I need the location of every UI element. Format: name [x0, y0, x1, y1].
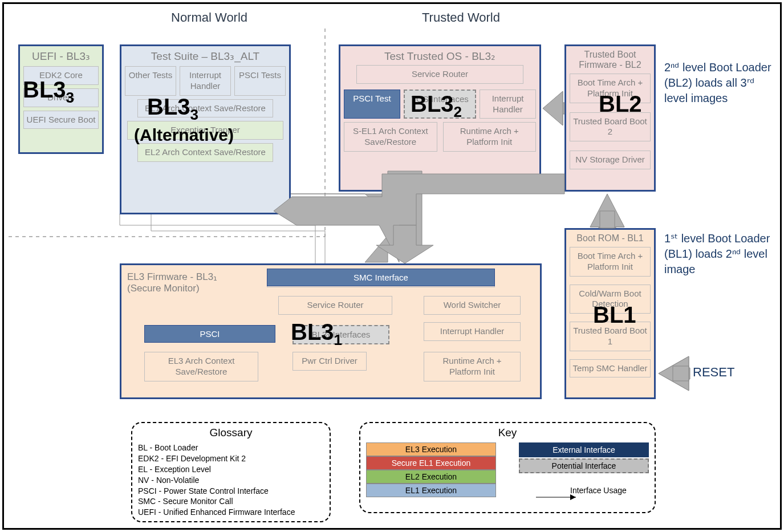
- label-bl31: BL31: [291, 319, 342, 349]
- header-trusted-world: Trusted World: [422, 10, 500, 25]
- key-title: Key: [366, 427, 649, 439]
- key-interface-usage: Interface Usage: [519, 486, 649, 495]
- header-normal-world: Normal World: [171, 10, 247, 25]
- label-bl33-alt: BL33: [147, 94, 198, 124]
- smc-interface: SMC Interface: [267, 269, 495, 286]
- annotation-bl2: 2ⁿᵈ level Boot Loader (BL2) loads all 3ʳ…: [664, 60, 778, 106]
- service-router-el3: Service Router: [278, 296, 392, 315]
- bl2-title: Trusted Boot Firmware - BL2: [566, 50, 654, 70]
- test-box: PSCI Tests: [234, 66, 286, 96]
- bl1-title: Boot ROM - BL1: [566, 233, 654, 243]
- bl2-item: NV Storage Driver: [570, 151, 651, 169]
- interrupt-handler: Interrupt Handler: [480, 90, 536, 119]
- label-bl2: BL2: [599, 91, 642, 117]
- bl1-item: Temp SMC Handler: [570, 359, 651, 378]
- key-box: Key EL3 Execution Secure EL1 Execution E…: [359, 422, 656, 513]
- el3-title: EL3 Firmware - BL3₁(Secure Monitor): [127, 271, 217, 294]
- key-el3: EL3 Execution: [366, 442, 496, 456]
- psci-test: PSCI Test: [344, 90, 400, 119]
- interrupt-handler-el3: Interrupt Handler: [424, 322, 521, 341]
- uefi-title: UEFI - BL3₃: [20, 50, 102, 63]
- test-suite-title: Test Suite – BL3₃_ALT: [121, 50, 289, 63]
- el2-arch-ctx: EL2 Arch Context Save/Restore: [137, 143, 273, 162]
- test-box: Other Tests: [125, 66, 176, 96]
- label-bl33-alt-sub: (Alternative): [134, 125, 234, 145]
- sel1-ctx: S-EL1 Arch Context Save/Restore: [344, 122, 437, 152]
- label-bl1: BL1: [593, 302, 636, 328]
- label-bl32: BL32: [411, 91, 462, 121]
- pwr-ctrl-driver: Pwr Ctrl Driver: [293, 352, 367, 371]
- key-sel1: Secure EL1 Execution: [366, 456, 496, 470]
- el3-arch-ctx: EL3 Arch Context Save/Restore: [144, 352, 258, 381]
- label-reset: RESET: [693, 365, 734, 380]
- runtime-arch: Runtime Arch + Platform Init: [443, 122, 537, 152]
- key-el1: EL1 Execution: [366, 484, 496, 497]
- annotation-bl1: 1ˢᵗ level Boot Loader (BL1) loads 2ⁿᵈ le…: [664, 231, 778, 277]
- key-potential-intf: Potential Interface: [519, 458, 649, 473]
- glossary-title: Glossary: [138, 427, 324, 439]
- bl1-item: Boot Time Arch + Platform Init: [570, 247, 651, 277]
- key-external-intf: External Interface: [519, 442, 649, 457]
- world-switcher: World Switcher: [424, 296, 521, 315]
- uefi-item: UEFI Secure Boot: [23, 111, 99, 129]
- test-box: Interrupt Handler: [180, 66, 231, 96]
- bl2-container: Trusted Boot Firmware - BL2 Boot Time Ar…: [564, 44, 656, 192]
- glossary-box: Glossary BL - Boot LoaderEDK2 - EFI Deve…: [131, 422, 331, 522]
- service-router: Service Router: [356, 65, 523, 84]
- psci: PSCI: [144, 325, 275, 343]
- runtime-arch-el3: Runtime Arch + Platform Init: [424, 352, 521, 381]
- label-bl33: BL33: [23, 77, 74, 107]
- key-el2: EL2 Execution: [366, 470, 496, 484]
- test-os-title: Test Trusted OS - BL3₂: [340, 50, 539, 63]
